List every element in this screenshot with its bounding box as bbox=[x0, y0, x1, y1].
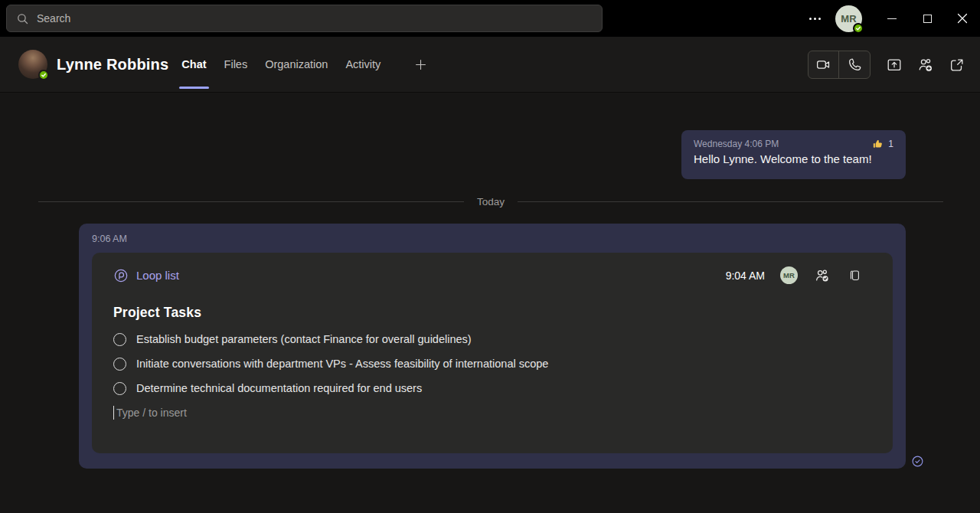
people-check-icon bbox=[814, 267, 831, 284]
open-in-new-window-button[interactable] bbox=[948, 56, 966, 74]
loop-edited-time: 9:04 AM bbox=[726, 270, 765, 282]
delivered-receipt-icon bbox=[911, 455, 924, 468]
task-checkbox[interactable] bbox=[113, 333, 126, 346]
loop-logo-icon bbox=[113, 268, 129, 283]
task-text: Determine technical documentation requir… bbox=[136, 382, 422, 394]
task-checkbox[interactable] bbox=[113, 358, 126, 371]
tab-activity[interactable]: Activity bbox=[345, 37, 381, 92]
tab-files[interactable]: Files bbox=[224, 37, 249, 92]
audio-call-button[interactable] bbox=[839, 51, 870, 78]
loop-input-placeholder: Type / to insert bbox=[116, 407, 187, 419]
copy-link-button[interactable] bbox=[846, 266, 864, 284]
task-list: Establish budget parameters (contact Fin… bbox=[113, 331, 864, 397]
phone-icon bbox=[847, 57, 863, 73]
task-row[interactable]: Establish budget parameters (contact Fin… bbox=[113, 331, 864, 348]
chat-header: Lynne Robbins Chat Files Organization Ac… bbox=[0, 37, 980, 93]
contact-name: Lynne Robbins bbox=[57, 56, 168, 74]
copy-icon bbox=[848, 268, 862, 283]
add-people-icon bbox=[917, 57, 934, 74]
add-tab-button[interactable] bbox=[413, 57, 428, 72]
task-text: Initiate conversations with department V… bbox=[136, 358, 548, 370]
thumbs-up-icon bbox=[872, 138, 884, 149]
close-button[interactable] bbox=[945, 0, 980, 37]
presence-available-icon bbox=[853, 23, 864, 34]
tab-organization[interactable]: Organization bbox=[264, 37, 328, 92]
share-screen-button[interactable] bbox=[885, 56, 903, 74]
loop-editor-initials: MR bbox=[783, 271, 795, 279]
loop-editor-avatar[interactable]: MR bbox=[780, 266, 798, 284]
sent-message: Wednesday 4:06 PM 1 Hello Lynne. Welcome… bbox=[681, 130, 906, 179]
loop-access-button[interactable] bbox=[813, 266, 831, 284]
teams-chat-window: MR Lynne Robbins Chat Files Organization… bbox=[0, 0, 980, 513]
loop-list-title[interactable]: Project Tasks bbox=[113, 305, 864, 321]
profile-avatar[interactable]: MR bbox=[835, 5, 862, 32]
date-divider: Today bbox=[38, 196, 943, 207]
share-screen-icon bbox=[886, 57, 903, 74]
video-camera-icon bbox=[815, 57, 831, 73]
search-box[interactable] bbox=[6, 5, 603, 32]
reaction-count: 1 bbox=[888, 139, 893, 149]
message-text: Hello Lynne. Welcome to the team! bbox=[694, 152, 893, 165]
call-button-group bbox=[808, 51, 871, 79]
loop-app-label: Loop list bbox=[136, 269, 179, 282]
presence-available-icon bbox=[38, 70, 49, 80]
minimize-button[interactable] bbox=[874, 0, 910, 37]
video-call-button[interactable] bbox=[808, 51, 839, 78]
maximize-button[interactable] bbox=[910, 0, 945, 37]
close-icon bbox=[957, 13, 968, 24]
loop-insert-input[interactable]: Type / to insert bbox=[113, 404, 864, 421]
loop-app-link[interactable]: Loop list bbox=[113, 268, 179, 283]
message-timestamp: Wednesday 4:06 PM bbox=[694, 139, 779, 149]
loop-message-bubble: 9:06 AM Loop list 9:04 AM MR bbox=[79, 224, 906, 469]
search-input[interactable] bbox=[37, 12, 593, 25]
tab-bar: Chat Files Organization Activity bbox=[181, 37, 428, 92]
date-divider-label: Today bbox=[477, 196, 505, 207]
text-cursor bbox=[113, 406, 114, 420]
search-icon bbox=[16, 12, 29, 25]
contact-avatar[interactable] bbox=[18, 50, 47, 79]
pop-out-icon bbox=[949, 57, 965, 74]
titlebar: MR bbox=[0, 0, 980, 37]
more-options-icon[interactable] bbox=[802, 0, 828, 37]
task-row[interactable]: Initiate conversations with department V… bbox=[113, 355, 864, 372]
loop-sent-time: 9:06 AM bbox=[92, 234, 127, 244]
profile-initials: MR bbox=[841, 13, 857, 25]
task-row[interactable]: Determine technical documentation requir… bbox=[113, 380, 864, 397]
tab-chat[interactable]: Chat bbox=[181, 37, 207, 92]
reaction-pill[interactable]: 1 bbox=[872, 138, 893, 149]
task-text: Establish budget parameters (contact Fin… bbox=[136, 333, 472, 345]
task-checkbox[interactable] bbox=[113, 382, 126, 395]
loop-card: Loop list 9:04 AM MR bbox=[92, 253, 893, 453]
add-people-button[interactable] bbox=[916, 56, 935, 74]
plus-icon bbox=[413, 57, 428, 72]
